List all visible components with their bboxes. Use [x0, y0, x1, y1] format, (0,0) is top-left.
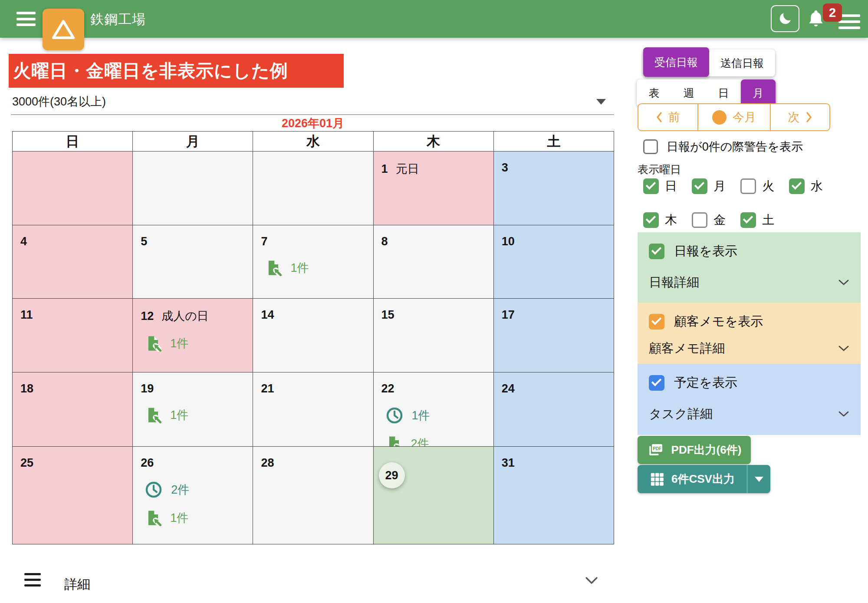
- detail-expand-chevron-icon[interactable]: [585, 577, 598, 587]
- day-number: 17: [502, 308, 515, 322]
- event-entry[interactable]: 1件: [265, 260, 369, 276]
- filter-select-value[interactable]: 3000件(30名以上): [12, 95, 106, 108]
- calendar-cell[interactable]: 25: [13, 447, 133, 544]
- chevron-down-icon: [838, 411, 849, 418]
- weekday-header: 水: [253, 132, 373, 152]
- calendar-cell[interactable]: 31: [494, 447, 614, 544]
- show-customer-memo-checkbox[interactable]: [649, 314, 664, 330]
- calendar-cell[interactable]: 29: [374, 447, 494, 544]
- report-icon: [265, 260, 282, 276]
- calendar-cell[interactable]: 15: [374, 299, 494, 372]
- pdf-export-label: PDF出力(6件): [671, 442, 742, 458]
- csv-dropdown-toggle[interactable]: [747, 465, 770, 493]
- calendar-cell[interactable]: [13, 152, 133, 225]
- dark-mode-button[interactable]: [771, 5, 799, 32]
- calendar-cell[interactable]: 12成人の日1件: [133, 299, 253, 372]
- calendar-cell[interactable]: 14: [253, 299, 373, 372]
- weekday-checkbox-label: 木: [665, 212, 677, 228]
- weekday-header: 木: [374, 132, 494, 152]
- calendar-cell[interactable]: 5: [133, 225, 253, 299]
- app-logo[interactable]: [43, 9, 84, 50]
- day-number: 21: [261, 382, 274, 395]
- next-month-button[interactable]: 次: [770, 103, 830, 131]
- filter-caret-icon[interactable]: [596, 99, 606, 105]
- prev-month-button[interactable]: 前: [638, 103, 698, 131]
- calendar-cell[interactable]: 18: [13, 372, 133, 447]
- app-header: 鉄鋼工場 2: [0, 0, 868, 38]
- day-number: 24: [502, 382, 515, 395]
- csv-export-label: 6件CSV出力: [671, 471, 735, 487]
- triangle-logo-icon: [52, 20, 75, 40]
- memo-detail-label: 顧客メモ詳細: [649, 340, 725, 357]
- weekday-filter-item: 水: [789, 178, 838, 194]
- report-icon: [145, 335, 161, 352]
- weekday-checkbox-label: 火: [762, 178, 774, 194]
- event-entry[interactable]: 1件: [145, 510, 249, 526]
- memo-detail-toggle[interactable]: 顧客メモ詳細: [649, 340, 849, 357]
- calendar-cell[interactable]: 24: [494, 372, 614, 447]
- weekday-checkbox-日[interactable]: [643, 178, 659, 194]
- detail-panel-label: 詳細: [64, 576, 90, 593]
- event-entry[interactable]: 2件: [386, 435, 490, 447]
- current-month-button[interactable]: 今月: [698, 103, 770, 131]
- show-schedule-checkbox[interactable]: [649, 375, 664, 391]
- zero-report-warning-label: 日報が0件の際警告を表示: [667, 139, 803, 155]
- today-dot-icon: [712, 110, 727, 125]
- pdf-export-button[interactable]: PDF PDF出力(6件): [638, 436, 751, 464]
- calendar-cell[interactable]: 10: [494, 225, 614, 299]
- task-detail-toggle[interactable]: タスク詳細: [649, 405, 849, 423]
- report-detail-toggle[interactable]: 日報詳細: [649, 274, 849, 291]
- current-month-label: 今月: [733, 109, 756, 125]
- holiday-name: 元日: [396, 161, 419, 177]
- detail-menu-icon[interactable]: [24, 573, 41, 587]
- view-tab-日[interactable]: 日: [706, 79, 741, 106]
- table-grid-icon: [650, 472, 664, 487]
- event-count: 2件: [411, 436, 429, 447]
- weekday-checkbox-木[interactable]: [643, 212, 659, 228]
- event-entry[interactable]: 2件: [145, 481, 249, 498]
- calendar-cell[interactable]: 17: [494, 299, 614, 372]
- event-entry[interactable]: 1件: [145, 335, 249, 352]
- moon-icon: [777, 11, 793, 26]
- tab-送信日報[interactable]: 送信日報: [709, 50, 775, 76]
- calendar-cell[interactable]: 191件: [133, 372, 253, 447]
- calendar-cell[interactable]: 4: [13, 225, 133, 299]
- calendar-cell[interactable]: [253, 152, 373, 225]
- calendar-cell[interactable]: 3: [494, 152, 614, 225]
- weekday-checkbox-月[interactable]: [692, 178, 707, 194]
- day-number: 10: [502, 235, 515, 248]
- calendar-cell[interactable]: 1元日: [374, 152, 494, 225]
- calendar-cell[interactable]: 8: [374, 225, 494, 299]
- calendar-cell[interactable]: 11: [13, 299, 133, 372]
- weekday-header: 土: [494, 132, 614, 152]
- csv-export-button[interactable]: 6件CSV出力: [638, 465, 770, 493]
- weekday-checkbox-label: 水: [811, 178, 823, 194]
- view-tab-週[interactable]: 週: [671, 79, 706, 106]
- weekday-checkbox-水[interactable]: [789, 178, 805, 194]
- report-type-tabs: 受信日報送信日報: [643, 49, 775, 76]
- weekday-checkbox-土[interactable]: [740, 212, 756, 228]
- prev-label: 前: [668, 109, 680, 125]
- zero-report-warning-checkbox[interactable]: [643, 139, 658, 154]
- weekday-filter-item: 火: [740, 178, 789, 194]
- calendar-cell[interactable]: 71件: [253, 225, 373, 299]
- tab-受信日報[interactable]: 受信日報: [643, 47, 709, 77]
- page-title: 火曜日・金曜日を非表示にした例: [9, 54, 344, 88]
- calendar-cell[interactable]: 262件1件: [133, 447, 253, 544]
- day-number: 26: [141, 456, 154, 470]
- weekday-checkbox-火[interactable]: [740, 178, 756, 194]
- event-entry[interactable]: 1件: [145, 407, 249, 423]
- weekday-checkbox-金[interactable]: [692, 212, 707, 228]
- clock-icon: [145, 481, 162, 498]
- menu-icon[interactable]: [16, 12, 36, 26]
- event-entry[interactable]: 1件: [386, 407, 490, 424]
- calendar-cell[interactable]: 21: [253, 372, 373, 447]
- calendar-cell[interactable]: [133, 152, 253, 225]
- show-reports-label: 日報を表示: [674, 243, 737, 260]
- calendar-cell[interactable]: 221件2件: [374, 372, 494, 447]
- view-tab-表[interactable]: 表: [637, 79, 671, 106]
- show-reports-checkbox[interactable]: [649, 244, 664, 259]
- calendar-cell[interactable]: 28: [253, 447, 373, 544]
- view-tab-月[interactable]: 月: [741, 79, 776, 106]
- event-count: 1件: [170, 336, 188, 351]
